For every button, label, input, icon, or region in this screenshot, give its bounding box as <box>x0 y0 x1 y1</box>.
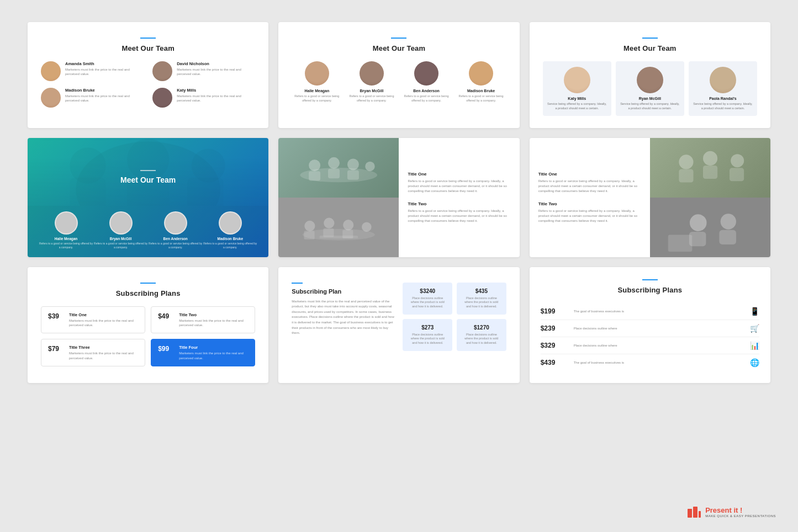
photo-top-r <box>650 138 770 198</box>
hero-bg <box>28 138 268 205</box>
sb-desc-3: Place decisions outline where the produc… <box>408 333 447 345</box>
block-desc-1: Refers to a good or service being offere… <box>408 179 510 194</box>
list-item: $199 The goal of business executives is … <box>541 303 759 320</box>
text-block-1: Title One Refers to a good or service be… <box>408 172 510 194</box>
svg-rect-15 <box>347 171 359 180</box>
meeting-scene-1 <box>290 144 387 191</box>
list-item: Katy Mills Marketers must link the price… <box>152 88 255 108</box>
block-title-1: Title One <box>408 172 510 177</box>
photo-col-left <box>278 138 399 257</box>
member-name: Madison Bruke <box>65 88 144 93</box>
meeting-scene-3 <box>650 138 770 198</box>
member-desc: Service being offered by a company. Idea… <box>620 102 680 110</box>
list-item: Halie Meagan Refers to a good or service… <box>39 211 93 249</box>
p-desc-4: Marketers must link the price to the rea… <box>179 351 248 360</box>
member-desc: Refers to a good or service being offere… <box>346 94 397 103</box>
svg-rect-38 <box>668 235 693 252</box>
member-desc: Service being offered by a company. Idea… <box>693 102 753 110</box>
sub-desc-3: Place decisions outline where <box>574 344 741 347</box>
svg-rect-41 <box>699 511 701 518</box>
team-info-katy: Katy Mills Marketers must link the price… <box>177 88 255 103</box>
sub-plan-left: Subscribing Plan Marketers must link the… <box>292 283 395 351</box>
sb-price-3: $273 <box>408 324 447 331</box>
photo-bottom <box>278 198 399 257</box>
pricing-info-2: Title Two Marketers must link the price … <box>179 312 248 328</box>
list-item: $329 Place decisions outline where 📊 <box>541 337 759 354</box>
member-name: Madison Bruke <box>456 89 506 93</box>
svg-point-2 <box>127 139 169 181</box>
team-cards: Katy Mills Service being offered by a co… <box>543 61 757 116</box>
avatar-katy2 <box>564 67 590 93</box>
svg-rect-13 <box>309 171 320 180</box>
p-title-4: Title Four <box>179 345 248 350</box>
slide-1: Meet Our Team Amanda Smith Marketers mus… <box>28 22 268 128</box>
block-title-3: Title One <box>538 172 641 177</box>
member-desc: Refers to a good or service being offere… <box>292 94 342 103</box>
price-1: $39 <box>48 312 64 320</box>
team-info-madison: Madison Bruke Marketers must link the pr… <box>65 88 144 103</box>
meeting-scene-2 <box>290 204 387 251</box>
svg-rect-4 <box>70 178 105 205</box>
member-desc: Marketers must link the price to the rea… <box>177 94 255 103</box>
sub-boxes-grid: $3240 Place decisions outline where the … <box>403 283 506 351</box>
logo-brand: Present it ! <box>705 507 776 514</box>
svg-rect-30 <box>679 169 693 183</box>
pricing-item-4: $99 Title Four Marketers must link the p… <box>151 339 255 366</box>
photo-top <box>278 138 399 198</box>
list-item: David Nicholson Marketers must link the … <box>152 61 255 81</box>
p-title-3: Title Three <box>69 345 138 350</box>
p-desc-1: Marketers must link the price to the rea… <box>69 318 138 328</box>
svg-point-34 <box>690 214 707 231</box>
team-info-amanda: Amanda Smith Marketers must link the pri… <box>65 61 144 77</box>
block-title-2: Title Two <box>408 201 510 206</box>
member-name: David Nicholson <box>177 61 255 66</box>
list-item: Bryan McGill Refers to a good or service… <box>93 211 148 249</box>
price-4: $99 <box>158 345 173 353</box>
avatar-halie2 <box>55 211 78 235</box>
meeting-scene-4 <box>650 198 770 257</box>
sb-price-4: $1270 <box>462 324 501 331</box>
member-desc: Refers to a good or service being offere… <box>93 242 148 249</box>
slides-grid: Meet Our Team Amanda Smith Marketers mus… <box>28 22 770 383</box>
sub-list-rows: $199 The goal of business executives is … <box>541 303 759 371</box>
avatar-ryan <box>637 67 663 93</box>
avatar-madisonb <box>469 61 493 86</box>
svg-point-11 <box>347 159 359 171</box>
accent-bar-3 <box>642 38 658 39</box>
avatar-madison <box>41 88 61 108</box>
pricing-grid: $39 Title One Marketers must link the pr… <box>41 306 255 367</box>
sub-price-1: $199 <box>541 307 568 315</box>
member-name: Paola Randal's <box>693 97 753 100</box>
sub-desc-1: The goal of business executives is <box>574 310 741 313</box>
sub-accent-bar <box>292 283 303 284</box>
page-wrapper: Meet Our Team Amanda Smith Marketers mus… <box>0 0 798 416</box>
price-2: $49 <box>158 312 173 320</box>
p-title-1: Title One <box>69 312 138 317</box>
avatar-ben2 <box>164 211 187 235</box>
sub-box-1: $3240 Place decisions outline where the … <box>403 283 452 315</box>
member-name: Halie Meagan <box>292 89 342 93</box>
slide-2-title: Meet Our Team <box>292 44 506 52</box>
text-block-4: Title Two Refers to a good or service be… <box>538 201 641 224</box>
photo-bottom-r <box>650 198 770 257</box>
avatar-paola <box>710 67 736 93</box>
member-desc: Service being offered by a company. Idea… <box>547 102 607 110</box>
member-name: Amanda Smith <box>65 61 144 66</box>
team-4col: Halie Meagan Refers to a good or service… <box>292 61 506 103</box>
svg-rect-25 <box>319 236 358 238</box>
phone-icon: 📱 <box>746 307 759 316</box>
avatar-bryan2 <box>109 211 133 235</box>
block-title-4: Title Two <box>538 201 641 206</box>
pricing-info-4: Title Four Marketers must link the price… <box>179 345 248 360</box>
svg-point-20 <box>343 220 353 230</box>
slide-1-title: Meet Our Team <box>41 44 255 52</box>
svg-point-19 <box>324 217 334 228</box>
slide-6: Title One Refers to a good or service be… <box>530 138 770 257</box>
sb-price-2: $435 <box>462 288 501 294</box>
slide-9: Subscribing Plans $199 The goal of busin… <box>530 267 770 383</box>
svg-rect-32 <box>730 168 744 182</box>
svg-rect-39 <box>688 509 692 518</box>
avatar-katy <box>152 88 172 108</box>
member-name: Ben Anderson <box>401 89 451 93</box>
avatar-madison2 <box>219 211 242 235</box>
